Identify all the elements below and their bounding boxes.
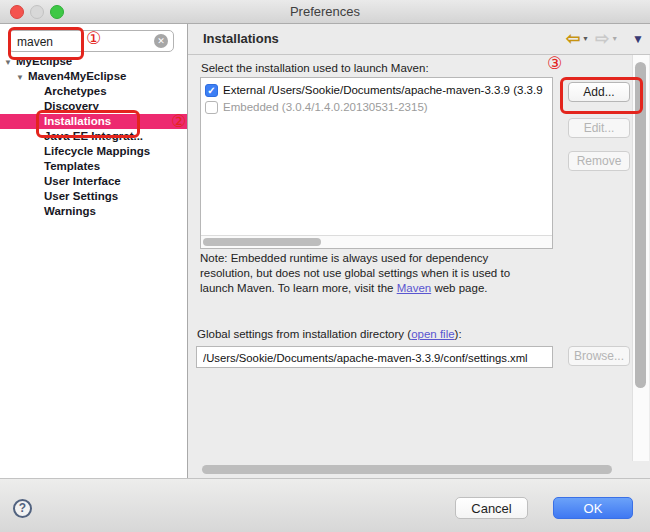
tree-label: MyEclipse bbox=[16, 55, 72, 67]
preferences-tree: ▼MyEclipse ▼Maven4MyEclipse Archetypes D… bbox=[0, 54, 187, 219]
maven-link[interactable]: Maven bbox=[397, 282, 432, 294]
list-item-embedded[interactable]: Embedded (3.0.4/1.4.0.20130531-2315) bbox=[201, 99, 552, 116]
scrollbar-thumb[interactable] bbox=[202, 465, 612, 474]
installation-label: External /Users/Sookie/Documents/apache-… bbox=[223, 84, 543, 96]
note-line: Note: Embedded runtime is always used fo… bbox=[200, 251, 580, 266]
expand-arrow-icon[interactable]: ▼ bbox=[16, 70, 28, 85]
search-input[interactable] bbox=[15, 32, 149, 52]
note-line-post: web page. bbox=[431, 282, 487, 294]
select-installation-label: Select the installation used to launch M… bbox=[201, 62, 429, 74]
tree-label: Discovery bbox=[44, 100, 99, 112]
ok-button[interactable]: OK bbox=[553, 497, 633, 519]
forward-arrow-icon[interactable]: ⇨ bbox=[595, 28, 609, 49]
tree-label: Templates bbox=[44, 160, 100, 172]
sidebar-item-discovery[interactable]: Discovery bbox=[0, 99, 187, 114]
sidebar-item-myeclipse[interactable]: ▼MyEclipse bbox=[0, 54, 187, 69]
settings-path-field bbox=[196, 346, 553, 368]
sidebar-item-user-settings[interactable]: User Settings bbox=[0, 189, 187, 204]
panel-horizontal-scrollbar[interactable] bbox=[188, 462, 650, 477]
expand-arrow-icon[interactable]: ▼ bbox=[4, 55, 16, 70]
list-item-external[interactable]: ✓ External /Users/Sookie/Documents/apach… bbox=[201, 82, 552, 99]
scrollbar-thumb[interactable] bbox=[203, 238, 321, 246]
footer-bar: ? Cancel OK bbox=[0, 478, 650, 532]
sidebar-item-archetypes[interactable]: Archetypes bbox=[0, 84, 187, 99]
sidebar-item-templates[interactable]: Templates bbox=[0, 159, 187, 174]
remove-button[interactable]: Remove bbox=[568, 151, 630, 171]
tree-label: Java EE Integrat... bbox=[44, 130, 143, 142]
clear-search-icon[interactable]: ✕ bbox=[154, 34, 168, 48]
history-nav: ⇦▼⇨▼▼ bbox=[566, 28, 644, 50]
sidebar: ✕ ▼MyEclipse ▼Maven4MyEclipse Archetypes… bbox=[0, 24, 188, 478]
tree-label: Lifecycle Mappings bbox=[44, 145, 150, 157]
sidebar-item-installations[interactable]: Installations bbox=[0, 114, 187, 129]
installations-page: Select the installation used to launch M… bbox=[188, 55, 650, 462]
title-bar: Preferences bbox=[0, 0, 650, 24]
note-line: resolution, but does not use global sett… bbox=[200, 266, 580, 281]
tree-label: User Settings bbox=[44, 190, 118, 202]
tree-label: Installations bbox=[44, 115, 111, 127]
add-button[interactable]: Add... bbox=[568, 82, 630, 102]
note-text: Note: Embedded runtime is always used fo… bbox=[200, 251, 580, 296]
back-arrow-icon[interactable]: ⇦ bbox=[566, 28, 580, 49]
sidebar-item-maven4myeclipse[interactable]: ▼Maven4MyEclipse bbox=[0, 69, 187, 84]
global-label-pre: Global settings from installation direct… bbox=[197, 328, 411, 340]
sidebar-item-java-ee-integration[interactable]: Java EE Integrat... bbox=[0, 129, 187, 144]
forward-dropdown-icon[interactable]: ▼ bbox=[611, 35, 618, 42]
note-line-pre: launch Maven. To learn more, visit the bbox=[200, 282, 397, 294]
view-menu-icon[interactable]: ▼ bbox=[632, 32, 644, 46]
back-dropdown-icon[interactable]: ▼ bbox=[582, 35, 589, 42]
edit-button[interactable]: Edit... bbox=[568, 118, 630, 138]
tree-label: Maven4MyEclipse bbox=[28, 70, 126, 82]
installations-list: ✓ External /Users/Sookie/Documents/apach… bbox=[200, 77, 553, 249]
global-label-post: ): bbox=[455, 328, 462, 340]
scrollbar-thumb[interactable] bbox=[635, 62, 646, 388]
page-title: Installations bbox=[203, 31, 279, 46]
installation-label: Embedded (3.0.4/1.4.0.20130531-2315) bbox=[223, 101, 428, 113]
browse-button[interactable]: Browse... bbox=[568, 346, 630, 366]
tree-label: User Interface bbox=[44, 175, 121, 187]
checked-checkbox-icon[interactable]: ✓ bbox=[205, 84, 218, 97]
tree-label: Archetypes bbox=[44, 85, 107, 97]
note-line: launch Maven. To learn more, visit the M… bbox=[200, 281, 580, 296]
sidebar-item-user-interface[interactable]: User Interface bbox=[0, 174, 187, 189]
help-icon[interactable]: ? bbox=[13, 499, 32, 518]
panel-vertical-scrollbar[interactable] bbox=[632, 55, 649, 461]
filter-search-field[interactable]: ✕ bbox=[8, 30, 174, 52]
list-horizontal-scrollbar[interactable] bbox=[201, 235, 552, 248]
global-settings-label: Global settings from installation direct… bbox=[197, 328, 462, 340]
tree-label: Warnings bbox=[44, 205, 96, 217]
open-file-link[interactable]: open file bbox=[411, 328, 454, 340]
sidebar-item-lifecycle-mappings[interactable]: Lifecycle Mappings bbox=[0, 144, 187, 159]
settings-path-input[interactable] bbox=[201, 349, 551, 367]
sidebar-item-warnings[interactable]: Warnings bbox=[0, 204, 187, 219]
page-header: Installations ⇦▼⇨▼▼ bbox=[188, 24, 650, 55]
cancel-button[interactable]: Cancel bbox=[455, 497, 528, 519]
preferences-window: Preferences ✕ ▼MyEclipse ▼Maven4MyEclips… bbox=[0, 0, 650, 532]
window-title: Preferences bbox=[0, 4, 650, 19]
unchecked-checkbox-icon[interactable] bbox=[205, 101, 218, 114]
